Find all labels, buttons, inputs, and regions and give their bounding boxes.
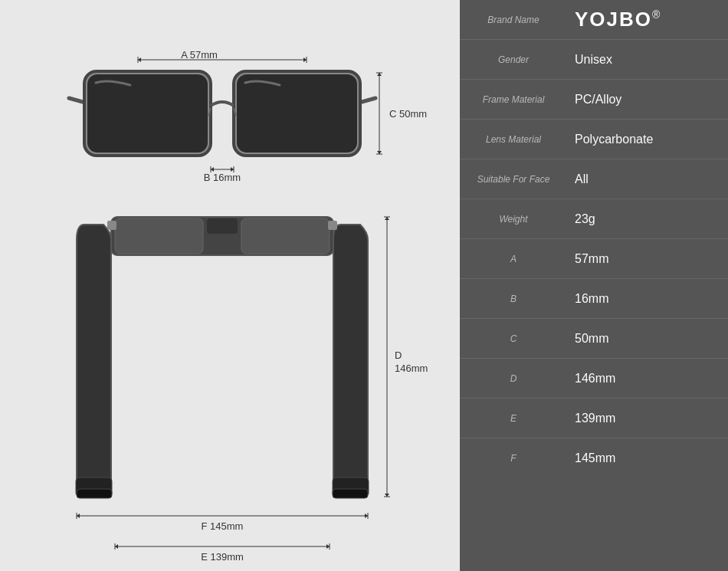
spec-row-e: E 139mm xyxy=(460,399,728,438)
spec-row-lens-material: Lens Material Polycarbonate xyxy=(460,120,728,159)
svg-rect-33 xyxy=(328,221,337,230)
spec-value-brand: YOJBO® xyxy=(567,8,728,31)
spec-label-e: E xyxy=(460,413,567,424)
glasses-diagram: A 57mm C 50mm B 16mm xyxy=(15,18,444,554)
svg-text:C  50mm: C 50mm xyxy=(389,108,427,120)
spec-value-c: 50mm xyxy=(567,332,728,346)
spec-row-b: B 16mm xyxy=(460,279,728,319)
svg-marker-53 xyxy=(365,514,368,518)
spec-table: Brand Name YOJBO® Gender Unisex Frame Ma… xyxy=(460,0,728,571)
svg-marker-46 xyxy=(115,544,118,549)
svg-text:F  145mm: F 145mm xyxy=(202,520,244,532)
svg-rect-35 xyxy=(333,489,368,498)
spec-row-weight: Weight 23g xyxy=(460,199,728,239)
spec-label-f: F xyxy=(460,453,567,464)
spec-value-gender: Unisex xyxy=(567,53,728,67)
spec-value-d: 146mm xyxy=(567,372,728,386)
svg-text:E  139mm: E 139mm xyxy=(201,551,244,563)
spec-row-d: D 146mm xyxy=(460,359,728,399)
spec-label-c: C xyxy=(460,333,567,344)
spec-row-brand: Brand Name YOJBO® xyxy=(460,0,728,40)
spec-row-frame-material: Frame Material PC/Alloy xyxy=(460,80,728,120)
svg-marker-11 xyxy=(138,57,141,62)
spec-value-b: 16mm xyxy=(567,292,728,306)
specs-panel: Brand Name YOJBO® Gender Unisex Frame Ma… xyxy=(460,0,728,571)
spec-label-brand: Brand Name xyxy=(460,15,567,25)
spec-value-face: All xyxy=(567,172,728,186)
spec-row-c: C 50mm xyxy=(460,319,728,359)
spec-label-b: B xyxy=(460,294,567,304)
spec-label-frame-material: Frame Material xyxy=(460,94,567,105)
svg-rect-32 xyxy=(107,221,116,230)
svg-text:A  57mm: A 57mm xyxy=(181,49,218,61)
svg-rect-29 xyxy=(207,218,238,234)
svg-rect-34 xyxy=(77,489,112,498)
svg-rect-5 xyxy=(237,74,357,153)
spec-label-weight: Weight xyxy=(460,214,567,225)
spec-row-gender: Gender Unisex xyxy=(460,40,728,80)
spec-value-frame-material: PC/Alloy xyxy=(567,93,728,107)
svg-line-1 xyxy=(362,98,375,102)
svg-rect-3 xyxy=(87,74,208,153)
spec-row-f: F 145mm xyxy=(460,438,728,478)
spec-value-weight: 23g xyxy=(567,212,728,226)
svg-marker-52 xyxy=(77,514,80,518)
spec-value-a: 57mm xyxy=(567,252,728,266)
spec-value-lens-material: Polycarbonate xyxy=(567,133,728,146)
svg-rect-30 xyxy=(115,218,203,254)
spec-row-a: A 57mm xyxy=(460,239,728,279)
brand-registered: ® xyxy=(652,8,661,21)
brand-name: YOJBO xyxy=(575,8,652,31)
svg-line-0 xyxy=(69,98,83,102)
spec-label-d: D xyxy=(460,373,567,384)
svg-marker-40 xyxy=(385,494,389,497)
spec-label-gender: Gender xyxy=(460,54,567,65)
spec-row-face: Suitable For Face All xyxy=(460,159,728,199)
svg-text:B  16mm: B 16mm xyxy=(204,172,241,183)
spec-value-e: 139mm xyxy=(567,412,728,425)
spec-label-a: A xyxy=(460,254,567,264)
svg-text:146mm: 146mm xyxy=(395,363,428,374)
svg-text:D: D xyxy=(395,349,402,361)
svg-marker-18 xyxy=(377,151,382,154)
svg-marker-17 xyxy=(377,73,382,76)
svg-marker-39 xyxy=(385,217,389,220)
diagram-panel: A 57mm C 50mm B 16mm xyxy=(0,0,460,571)
spec-value-f: 145mm xyxy=(567,451,728,465)
svg-marker-12 xyxy=(303,57,307,62)
spec-label-face: Suitable For Face xyxy=(460,174,567,185)
svg-rect-31 xyxy=(241,218,330,254)
spec-label-lens-material: Lens Material xyxy=(460,134,567,145)
svg-marker-47 xyxy=(326,544,330,549)
